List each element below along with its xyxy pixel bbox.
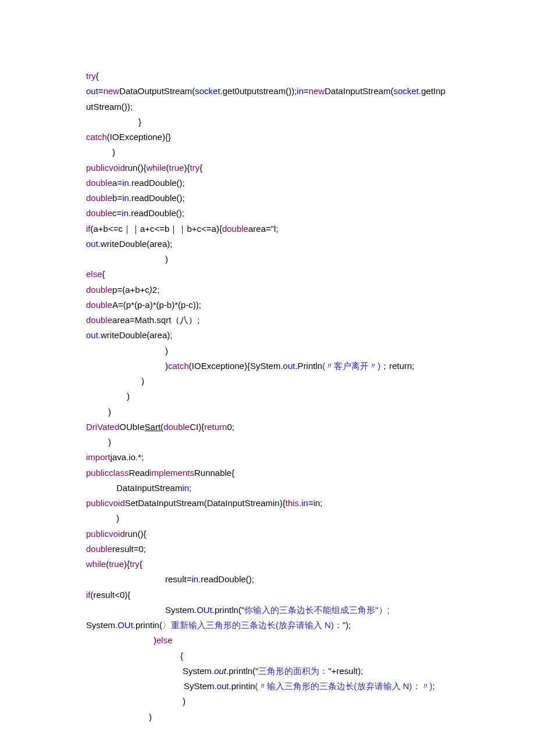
token: .println("	[212, 605, 244, 615]
code-line: doubleb=in.readDouble();	[86, 191, 449, 206]
code-line: publicvoidSetDataInputStream(DataInputSt…	[86, 496, 449, 511]
token: void	[109, 163, 125, 173]
token: )	[108, 407, 111, 417]
code-line: doublea=in.readDouble();	[86, 175, 449, 191]
token: )	[165, 254, 168, 264]
token: =in;	[308, 498, 323, 508]
token: 重新输入三角形的三条边长(放弃请输入 N)：	[171, 620, 343, 630]
token: ){	[184, 163, 190, 173]
token: in	[191, 574, 198, 584]
token: public	[86, 529, 109, 539]
token: in	[182, 483, 189, 493]
token: public	[86, 498, 109, 508]
token: import	[86, 452, 110, 462]
code-line: System.out.println("三角形的面积为："+result);	[86, 664, 449, 679]
token: run(){	[125, 163, 147, 173]
code-line: publicclassReadimplementsRunnable{	[86, 465, 449, 481]
code-line: doubleA=(p*(p-a)*(p-b)*(p-c));	[86, 298, 449, 313]
token: double	[86, 208, 112, 218]
token: .get0utputstream());	[220, 86, 297, 96]
code-line: while(true){try{	[86, 557, 449, 572]
code-line: SyStem.out.printin(〃输入三角形的三条边长(放弃请输入 N)：…	[86, 679, 449, 694]
code-line: else{	[86, 267, 449, 282]
token: true	[169, 163, 184, 173]
token: area=Math.sqrt（八）;	[112, 315, 199, 325]
token: true	[109, 559, 124, 569]
token: DataInputStream	[116, 483, 182, 493]
token: return	[204, 422, 227, 432]
token: ){	[124, 559, 130, 569]
token: System.	[86, 620, 117, 630]
code-line: System.OUt.println("你输入的三条边长不能组成三角形"）;	[86, 603, 449, 618]
token: double	[86, 178, 112, 188]
token: double	[86, 285, 112, 295]
token: (IOExceptione){SyStem.	[189, 361, 283, 371]
token: in	[297, 86, 304, 96]
token: )	[165, 346, 168, 356]
token: c=	[112, 208, 122, 218]
token: )	[141, 376, 144, 386]
code-line: }	[86, 114, 449, 130]
code-line: )	[86, 145, 449, 160]
token: )	[112, 147, 115, 157]
token: catch	[168, 361, 189, 371]
token: socket	[195, 86, 220, 96]
code-line: try{	[86, 69, 449, 84]
token: in	[122, 178, 129, 188]
token: 三角形的面积为：	[258, 666, 328, 676]
token: {	[199, 163, 202, 173]
token: new	[104, 86, 120, 96]
token: class	[109, 468, 129, 478]
code-line: doublep=(a+b+c)2;	[86, 282, 449, 298]
token: void	[109, 498, 125, 508]
token: out	[86, 330, 98, 340]
token: .writeDouble(area);	[98, 330, 173, 340]
code-document: try{out=newDataOutputStream(socket.get0u…	[0, 0, 535, 756]
token: A=(p*(p-a)*(p-b)*(p-c));	[112, 300, 201, 310]
token: double	[86, 193, 112, 203]
token: implements	[149, 468, 194, 478]
code-line: )	[86, 511, 449, 526]
token: .readDouble();	[198, 574, 254, 584]
token: a=	[112, 178, 122, 188]
token: OUt	[197, 605, 212, 615]
code-line: )	[86, 694, 449, 709]
token: {	[140, 559, 142, 569]
token: in	[122, 208, 129, 218]
token: java.io.*;	[110, 452, 144, 462]
token: .readDouble();	[129, 178, 185, 188]
token: double	[86, 544, 112, 554]
token: ;	[433, 681, 435, 691]
token: DriVated	[86, 422, 119, 432]
token: double	[222, 224, 248, 234]
token: while	[146, 163, 166, 173]
token: (result<0){	[91, 590, 131, 600]
token: .printin	[229, 681, 255, 691]
token: try	[190, 163, 199, 173]
token: public	[86, 163, 109, 173]
code-line: )	[86, 252, 449, 267]
code-block: try{out=newDataOutputStream(socket.get0u…	[86, 69, 449, 725]
token: out	[86, 86, 98, 96]
token: .writeDouble(area);	[98, 239, 173, 249]
token: double	[86, 315, 112, 325]
token: )	[127, 391, 130, 401]
token: System.	[165, 605, 197, 615]
token: .Println	[295, 361, 322, 371]
token: )	[149, 712, 152, 722]
token: (a+b<=c｜｜a+c<=b｜｜b+c<=a){	[91, 224, 222, 234]
token: b=	[112, 193, 122, 203]
token: SetDataInputStream(DataInputStreamin){	[125, 498, 286, 508]
token: SyStem.	[184, 681, 217, 691]
token: ;	[189, 483, 191, 493]
token: in	[301, 498, 308, 508]
code-line: {	[86, 648, 449, 664]
token: result=	[165, 574, 191, 584]
token: {	[102, 269, 105, 279]
token: public	[86, 468, 109, 478]
code-line: out.writeDouble(area);	[86, 328, 449, 343]
token: result=0;	[112, 544, 146, 554]
code-line: )	[86, 710, 449, 725]
token: .readDouble();	[129, 193, 185, 203]
token: Read	[129, 468, 149, 478]
